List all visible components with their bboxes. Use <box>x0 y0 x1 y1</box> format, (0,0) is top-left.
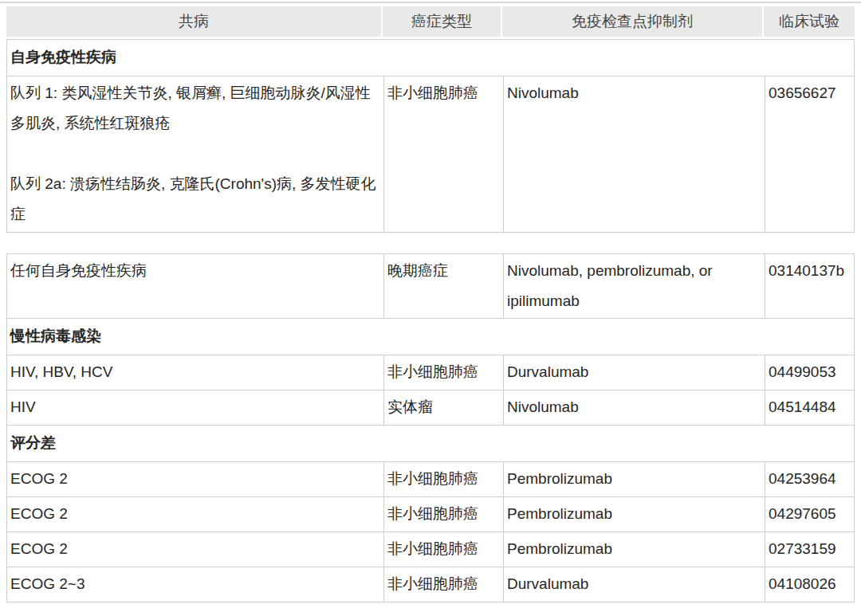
cohort-1-text: 队列 1: 类风湿性关节炎, 银屑癣, 巨细胞动脉炎/风湿性多肌炎, 系统性红斑… <box>10 78 379 139</box>
header-cancer-type: 癌症类型 <box>383 6 501 37</box>
section-title: 自身免疫性疾病 <box>7 40 854 76</box>
header-comorbidity: 共病 <box>6 6 381 37</box>
cell-cancer-type: 非小细胞肺癌 <box>383 77 503 232</box>
section-title: 评分差 <box>7 426 854 461</box>
cell-trial-id: 03656627 <box>765 77 854 232</box>
table-block-1: 自身免疫性疾病 队列 1: 类风湿性关节炎, 银屑癣, 巨细胞动脉炎/风湿性多肌… <box>6 39 855 233</box>
table-row: HIV, HBV, HCV 非小细胞肺癌 Durvalumab 04499053 <box>7 355 854 390</box>
cell-comorbidity: ECOG 2~3 <box>7 567 383 602</box>
cell-trial-id: 02733159 <box>765 532 854 567</box>
cell-comorbidity: HIV <box>7 390 383 425</box>
section-row-chronic-viral-infection: 慢性病毒感染 <box>7 318 854 355</box>
table-block-gap <box>6 233 855 253</box>
cell-comorbidity: ECOG 2 <box>7 497 383 532</box>
table-row: 任何自身免疫性疾病 晚期癌症 Nivolumab, pembrolizumab,… <box>7 254 854 318</box>
header-inhibitor: 免疫检查点抑制剂 <box>502 6 762 37</box>
section-title: 慢性病毒感染 <box>7 319 854 355</box>
cell-cancer-type: 非小细胞肺癌 <box>383 462 503 496</box>
cell-inhibitor: Durvalumab <box>503 355 765 390</box>
cell-trial-id: 04297605 <box>765 497 854 532</box>
cell-inhibitor: Pembrolizumab <box>503 497 765 532</box>
cell-inhibitor: Nivolumab <box>503 77 765 232</box>
cell-comorbidity: 队列 1: 类风湿性关节炎, 银屑癣, 巨细胞动脉炎/风湿性多肌炎, 系统性红斑… <box>7 77 383 232</box>
cell-cancer-type: 非小细胞肺癌 <box>383 497 503 532</box>
cell-inhibitor: Nivolumab, pembrolizumab, or ipilimumab <box>503 254 765 318</box>
section-row-autoimmune: 自身免疫性疾病 <box>7 40 854 76</box>
cell-trial-id: 03140137b <box>765 254 854 318</box>
cell-inhibitor: Durvalumab <box>503 567 765 602</box>
top-divider <box>0 2 861 3</box>
table-row: ECOG 2~3 非小细胞肺癌 Durvalumab 04108026 <box>7 567 854 602</box>
cell-cancer-type: 非小细胞肺癌 <box>383 532 503 567</box>
cell-trial-id: 04499053 <box>765 355 854 390</box>
cell-cancer-type: 实体瘤 <box>383 390 503 425</box>
cell-cancer-type: 晚期癌症 <box>383 254 503 318</box>
cohort-2a-text: 队列 2a: 溃疡性结肠炎, 克隆氏(Crohn's)病, 多发性硬化症 <box>10 169 379 230</box>
table-block-2: 任何自身免疫性疾病 晚期癌症 Nivolumab, pembrolizumab,… <box>6 253 855 602</box>
table-row: 队列 1: 类风湿性关节炎, 银屑癣, 巨细胞动脉炎/风湿性多肌炎, 系统性红斑… <box>7 76 854 232</box>
table-row: ECOG 2 非小细胞肺癌 Pembrolizumab 04253964 <box>7 461 854 496</box>
table-row: ECOG 2 非小细胞肺癌 Pembrolizumab 02733159 <box>7 532 854 567</box>
cell-cancer-type: 非小细胞肺癌 <box>383 355 503 390</box>
cell-inhibitor: Pembrolizumab <box>503 462 765 496</box>
cell-trial-id: 04253964 <box>765 462 854 496</box>
section-row-poor-performance-score: 评分差 <box>7 425 854 461</box>
cell-comorbidity: 任何自身免疫性疾病 <box>7 254 383 318</box>
comorbidity-trials-table: 共病 癌症类型 免疫检查点抑制剂 临床试验 自身免疫性疾病 队列 1: 类风湿性… <box>6 6 855 602</box>
cell-inhibitor: Pembrolizumab <box>503 532 765 567</box>
cell-inhibitor: Nivolumab <box>503 390 765 425</box>
cell-comorbidity: ECOG 2 <box>7 462 383 496</box>
table-row: ECOG 2 非小细胞肺癌 Pembrolizumab 04297605 <box>7 496 854 532</box>
cell-comorbidity: ECOG 2 <box>7 532 383 567</box>
table-header-row: 共病 癌症类型 免疫检查点抑制剂 临床试验 <box>6 6 855 37</box>
cell-cancer-type: 非小细胞肺癌 <box>383 567 503 602</box>
cell-comorbidity: HIV, HBV, HCV <box>7 355 383 390</box>
cell-trial-id: 04514484 <box>765 390 854 425</box>
cell-trial-id: 04108026 <box>765 567 854 602</box>
header-clinical-trial: 临床试验 <box>764 6 855 37</box>
table-row: HIV 实体瘤 Nivolumab 04514484 <box>7 390 854 425</box>
